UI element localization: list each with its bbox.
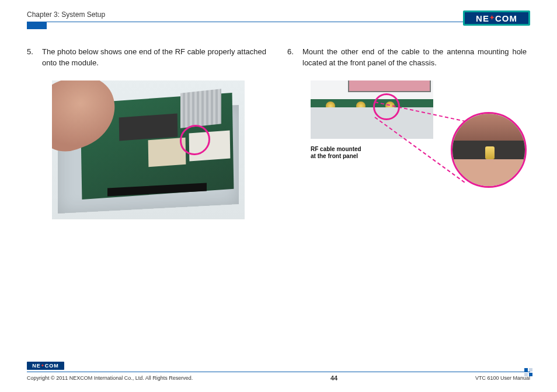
doc-title: VTC 6100 User Manual (475, 375, 530, 381)
header-rule (27, 22, 530, 29)
chapter-title: Chapter 3: System Setup (27, 10, 105, 19)
callout-line1: RF cable mounted (311, 146, 361, 153)
left-column: 5. The photo below shows one end of the … (27, 47, 270, 220)
footer-squares-icon (524, 368, 532, 376)
step-5-body: The photo below shows one end of the RF … (42, 47, 270, 69)
step-6: 6. Mount the other end of the cable to t… (287, 47, 530, 69)
step-6-number: 6. (287, 47, 302, 69)
content-columns: 5. The photo below shows one end of the … (27, 47, 530, 220)
step-5: 5. The photo below shows one end of the … (27, 47, 270, 69)
page-footer: NE✦COM Copyright © 2011 NEXCOM Internati… (27, 362, 530, 382)
step-5-number: 5. (27, 47, 42, 69)
callout-label: RF cable mounted at the front panel (311, 146, 361, 160)
zoom-detail-circle (451, 112, 527, 188)
page-number: 44 (330, 374, 337, 382)
photo-rf-cable-module (52, 80, 245, 219)
brand-logo: NE✦COM (463, 10, 530, 26)
right-column: 6. Mount the other end of the cable to t… (287, 47, 530, 220)
step-6-body: Mount the other end of the cable to the … (302, 47, 530, 69)
footer-brand-logo: NE✦COM (27, 362, 64, 370)
figure-front-panel: RF cable mounted at the front panel (287, 80, 530, 220)
copyright-text: Copyright © 2011 NEXCOM International Co… (27, 375, 193, 381)
callout-line2: at the front panel (311, 153, 361, 160)
